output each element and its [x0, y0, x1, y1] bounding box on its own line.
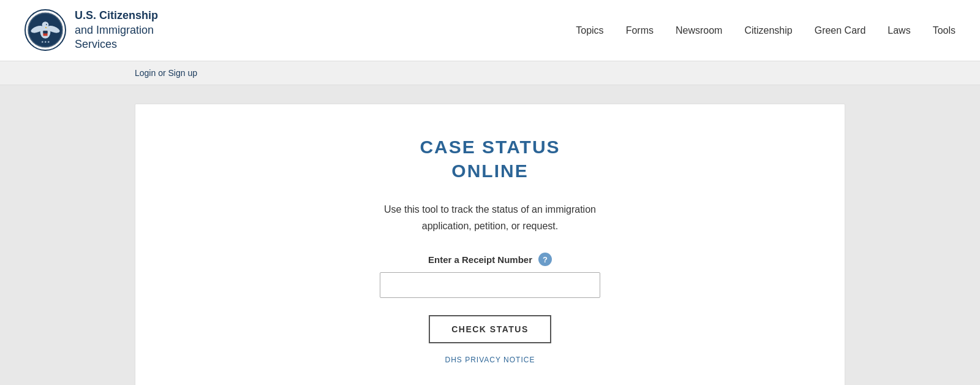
- card-description: Use this tool to track the status of an …: [374, 201, 606, 234]
- svg-rect-9: [43, 31, 47, 34]
- nav-item-laws[interactable]: Laws: [888, 25, 910, 36]
- org-name-line3: Services: [75, 37, 158, 51]
- nav-item-newsroom[interactable]: Newsroom: [676, 25, 722, 36]
- card-title: CASE STATUS ONLINE: [420, 135, 560, 183]
- svg-text:★ ★ ★: ★ ★ ★: [41, 40, 51, 44]
- help-icon[interactable]: ?: [538, 253, 552, 266]
- receipt-number-input[interactable]: [380, 272, 600, 298]
- card-title-line2: ONLINE: [451, 161, 528, 181]
- logo-circle: ★ ★ ★: [24, 9, 66, 51]
- nav-item-forms[interactable]: Forms: [626, 25, 654, 36]
- svg-point-7: [46, 25, 47, 26]
- nav-item-tools[interactable]: Tools: [933, 25, 956, 36]
- card-title-line1: CASE STATUS: [420, 137, 560, 157]
- logo-area: ★ ★ ★ U.S. Citizenship and Immigration S…: [24, 9, 158, 51]
- check-status-button[interactable]: CHECK STATUS: [429, 315, 551, 343]
- main-nav: Topics Forms Newsroom Citizenship Green …: [576, 25, 956, 36]
- dhs-logo-icon: ★ ★ ★: [27, 12, 64, 48]
- org-name-line1: U.S. Citizenship: [75, 9, 158, 23]
- case-status-card: CASE STATUS ONLINE Use this tool to trac…: [135, 104, 845, 385]
- main-content: CASE STATUS ONLINE Use this tool to trac…: [0, 85, 980, 385]
- nav-item-green-card[interactable]: Green Card: [815, 25, 866, 36]
- site-header: ★ ★ ★ U.S. Citizenship and Immigration S…: [0, 0, 980, 61]
- nav-item-citizenship[interactable]: Citizenship: [744, 25, 792, 36]
- org-name-line2: and Immigration: [75, 23, 158, 37]
- receipt-label-row: Enter a Receipt Number ?: [428, 253, 552, 266]
- receipt-label: Enter a Receipt Number: [428, 254, 532, 265]
- privacy-notice-link[interactable]: DHS PRIVACY NOTICE: [445, 356, 535, 364]
- logo-text: U.S. Citizenship and Immigration Service…: [75, 9, 158, 51]
- sub-header: Login or Sign up: [0, 61, 980, 85]
- login-signup-link[interactable]: Login or Sign up: [135, 68, 197, 78]
- nav-item-topics[interactable]: Topics: [576, 25, 603, 36]
